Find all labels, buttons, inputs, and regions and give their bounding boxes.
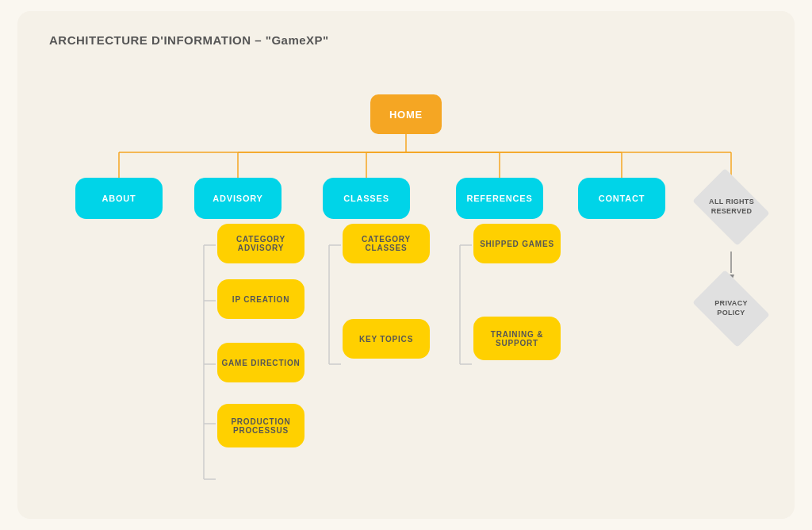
home-node[interactable]: HOME [370, 94, 442, 134]
privacy-policy-node[interactable]: PRIVACYPOLICY [692, 270, 770, 348]
key-topics-node[interactable]: KEY TOPICS [343, 319, 430, 359]
contact-node[interactable]: CONTACT [578, 178, 665, 219]
game-direction-node[interactable]: GAME DIRECTION [217, 343, 304, 382]
classes-node[interactable]: CLASSES [323, 178, 410, 219]
training-support-node[interactable]: TRAINING &SUPPORT [473, 317, 561, 360]
category-classes-node[interactable]: CATEGORYCLASSES [343, 224, 430, 263]
production-processus-node[interactable]: PRODUCTIONPROCESSUS [217, 404, 304, 447]
category-advisory-node[interactable]: CATEGORYADVISORY [217, 224, 304, 263]
advisory-node[interactable]: ADVISORY [194, 178, 282, 219]
shipped-games-node[interactable]: SHIPPED GAMES [473, 224, 561, 263]
page-wrapper: ARCHITECTURE D'INFORMATION – "GameXP" [17, 11, 795, 519]
references-node[interactable]: REFERENCES [456, 178, 543, 219]
diagram-lines [17, 11, 795, 519]
all-rights-node[interactable]: ALL RIGHTSRESERVED [692, 168, 770, 246]
about-node[interactable]: ABOUT [75, 178, 163, 219]
ip-creation-node[interactable]: IP CREATION [217, 279, 304, 319]
page-title: ARCHITECTURE D'INFORMATION – "GameXP" [49, 33, 329, 47]
